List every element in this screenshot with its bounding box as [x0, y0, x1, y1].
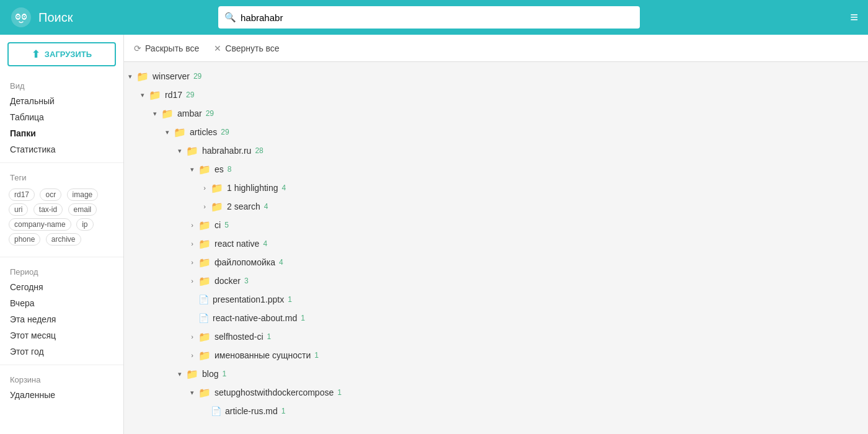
sidebar-item-year[interactable]: Этот год	[0, 343, 123, 360]
tree-row-article-rus[interactable]: 📄 article-rus.md 1	[124, 402, 868, 420]
svg-point-6	[24, 16, 25, 17]
tree-row-docker[interactable]: 📁 docker 3	[124, 272, 868, 290]
node-name-ambar: ambar	[177, 108, 202, 118]
upload-icon: ⬆	[32, 48, 40, 60]
tree-row-react-native[interactable]: 📁 react native 4	[124, 234, 868, 253]
tree-row-habrahabr[interactable]: 📁 habrahabr.ru 28	[124, 141, 868, 160]
folder-icon-ci: 📁	[198, 219, 211, 231]
expand-all-button[interactable]: ⟳ Раскрыть все	[134, 41, 199, 56]
menu-icon[interactable]: ≡	[833, 9, 858, 25]
svg-point-0	[11, 7, 31, 27]
tree-row-setupghost[interactable]: 📁 setupghostwithdockercompose 1	[124, 383, 868, 402]
tag-ocr[interactable]: ocr	[40, 188, 61, 201]
node-name-article-rus: article-rus.md	[225, 406, 278, 416]
node-name-ci: ci	[215, 220, 221, 230]
toggle-setupghost[interactable]	[186, 389, 198, 397]
tag-email[interactable]: email	[68, 203, 97, 216]
sidebar-item-week[interactable]: Эта неделя	[0, 311, 123, 327]
sidebar: ⬆ ЗАГРУЗИТЬ Вид Детальный Таблица Папки …	[0, 35, 124, 434]
logo-area: Поиск	[10, 6, 122, 29]
folder-icon-winserver: 📁	[136, 71, 149, 82]
node-count-es: 8	[228, 165, 232, 174]
view-section-label: Вид	[0, 76, 123, 93]
node-name-react-native: react native	[215, 239, 259, 249]
tag-uri[interactable]: uri	[9, 203, 28, 216]
node-name-setupghost: setupghostwithdockercompose	[215, 388, 334, 397]
sidebar-item-month[interactable]: Этот месяц	[0, 327, 123, 343]
tree-row-named-entities[interactable]: 📁 именованные сущности 1	[124, 346, 868, 365]
node-name-es: es	[215, 164, 224, 174]
node-count-setupghost: 1	[337, 388, 342, 397]
tag-tax-id[interactable]: tax-id	[33, 203, 63, 216]
tree-row-react-native-about[interactable]: 📄 react-native-about.md 1	[124, 309, 868, 327]
tree-row-selfhosted-ci[interactable]: 📁 selfhosted-ci 1	[124, 327, 868, 346]
tree-row-ci[interactable]: 📁 ci 5	[124, 216, 868, 234]
node-count-blog: 1	[222, 370, 226, 378]
tree-area: 📁 winserver 29 📁 rd17 29 📁 ambar 29	[124, 62, 868, 434]
expand-all-label: Раскрыть все	[145, 43, 199, 53]
toggle-selfhosted-ci[interactable]	[186, 333, 198, 340]
toggle-ambar[interactable]	[149, 110, 161, 118]
node-count-react-native: 4	[263, 239, 267, 248]
tree-row-failopomojka[interactable]: 📁 файлопомойка 4	[124, 253, 868, 272]
tag-archive[interactable]: archive	[46, 233, 81, 246]
folder-icon-highlighting: 📁	[211, 182, 223, 194]
toggle-ci[interactable]	[186, 221, 198, 229]
node-name-articles: articles	[190, 127, 217, 137]
upload-button[interactable]: ⬆ ЗАГРУЗИТЬ	[7, 42, 116, 66]
node-name-habrahabr: habrahabr.ru	[202, 146, 251, 156]
node-name-named-entities: именованные сущности	[215, 350, 311, 360]
content-area: ⟳ Раскрыть все ✕ Свернуть все 📁 winserve…	[124, 35, 868, 434]
collapse-all-button[interactable]: ✕ Свернуть все	[214, 41, 279, 56]
toggle-search[interactable]	[198, 203, 211, 210]
sidebar-item-folders[interactable]: Папки	[0, 125, 123, 141]
toggle-es[interactable]	[186, 166, 198, 174]
toggle-highlighting[interactable]	[198, 184, 211, 192]
file-icon-article-rus: 📄	[211, 406, 221, 416]
sidebar-item-today[interactable]: Сегодня	[0, 279, 123, 295]
tree-row-ambar[interactable]: 📁 ambar 29	[124, 104, 868, 123]
node-name-winserver: winserver	[153, 71, 190, 81]
sidebar-item-deleted[interactable]: Удаленные	[0, 387, 123, 403]
tree-row-blog[interactable]: 📁 blog 1	[124, 365, 868, 383]
toggle-react-native[interactable]	[186, 240, 198, 247]
sidebar-item-yesterday[interactable]: Вчера	[0, 295, 123, 311]
toggle-failopomojka[interactable]	[186, 259, 198, 266]
sidebar-item-stats[interactable]: Статистика	[0, 141, 123, 157]
toggle-named-entities[interactable]	[186, 352, 198, 359]
tag-image[interactable]: image	[67, 188, 99, 201]
sidebar-item-detailed[interactable]: Детальный	[0, 93, 123, 109]
tree-row-winserver[interactable]: 📁 winserver 29	[124, 67, 868, 86]
toggle-articles[interactable]	[161, 128, 174, 136]
tag-rd17[interactable]: rd17	[9, 188, 35, 201]
tag-company-name[interactable]: company-name	[9, 218, 71, 231]
folder-icon-failopomojka: 📁	[198, 257, 211, 268]
tree-row-search[interactable]: 📁 2 search 4	[124, 197, 868, 216]
tree-row-rd17[interactable]: 📁 rd17 29	[124, 86, 868, 104]
toggle-winserver[interactable]	[124, 73, 136, 81]
folder-icon-articles: 📁	[174, 126, 186, 138]
tree-row-es[interactable]: 📁 es 8	[124, 160, 868, 179]
folder-icon-blog: 📁	[186, 368, 198, 380]
node-name-docker: docker	[215, 276, 241, 286]
folder-icon-ambar: 📁	[161, 108, 174, 120]
collapse-icon: ✕	[214, 43, 221, 53]
node-count-habrahabr: 28	[255, 146, 263, 155]
tag-phone[interactable]: phone	[9, 233, 40, 246]
toggle-habrahabr[interactable]	[174, 147, 186, 155]
tree-row-presentation1[interactable]: 📄 presentation1.pptx 1	[124, 290, 868, 309]
owl-logo-icon	[10, 6, 32, 29]
tree-row-articles[interactable]: 📁 articles 29	[124, 123, 868, 141]
tree-row-highlighting[interactable]: 📁 1 highlighting 4	[124, 179, 868, 197]
search-input[interactable]	[218, 6, 640, 29]
sidebar-item-table[interactable]: Таблица	[0, 109, 123, 125]
tag-ip[interactable]: ip	[76, 218, 93, 231]
node-name-react-native-about: react-native-about.md	[213, 313, 297, 323]
period-section-label: Период	[0, 262, 123, 279]
toggle-docker[interactable]	[186, 277, 198, 285]
tags-area: rd17 ocr image uri tax-id email company-…	[0, 185, 123, 252]
file-icon-react-native-about: 📄	[198, 313, 209, 323]
toggle-rd17[interactable]	[136, 91, 149, 99]
toggle-blog[interactable]	[174, 370, 186, 378]
node-count-ambar: 29	[206, 109, 214, 118]
